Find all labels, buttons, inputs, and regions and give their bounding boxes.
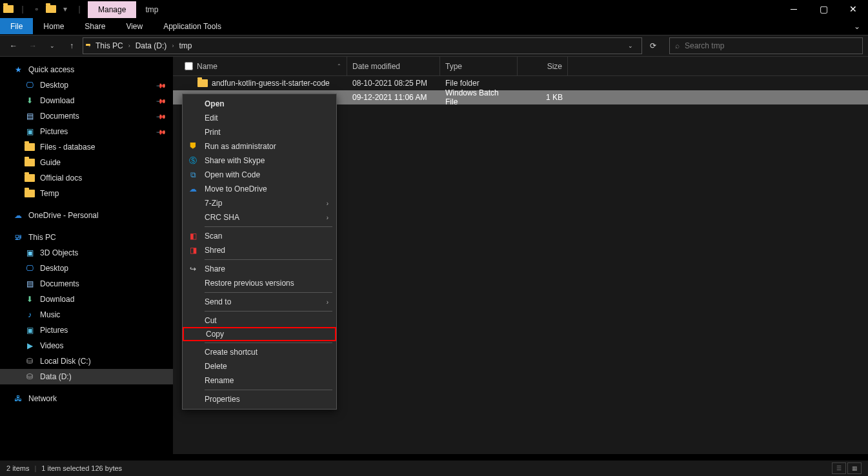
disk-icon: ⛁ <box>25 356 35 366</box>
ctx-7zip[interactable]: 7-Zip› <box>183 196 336 210</box>
address-bar[interactable]: › This PC › Data (D:) › tmp ⌄ <box>83 37 642 54</box>
breadcrumb-item[interactable]: This PC <box>93 41 126 50</box>
menu-view[interactable]: View <box>116 18 153 34</box>
sidebar-label: Download <box>40 295 74 304</box>
back-button[interactable]: ← <box>5 37 22 54</box>
sidebar-item[interactable]: ⛁Local Disk (C:) <box>0 353 173 369</box>
sidebar-item[interactable]: ▣3D Objects <box>0 245 173 261</box>
menu-home[interactable]: Home <box>33 18 74 34</box>
sidebar-label: This PC <box>28 233 56 242</box>
ctx-cut[interactable]: Cut <box>183 313 336 328</box>
ctx-print[interactable]: Print <box>183 125 336 139</box>
minimize-button[interactable]: ─ <box>779 0 809 18</box>
menu-share[interactable]: Share <box>74 18 116 34</box>
col-date[interactable]: Date modified <box>347 57 440 75</box>
sidebar-onedrive[interactable]: ☁OneDrive - Personal <box>0 208 173 223</box>
ctx-restore[interactable]: Restore previous versions <box>183 276 336 290</box>
ctx-shred[interactable]: ◨Shred <box>183 243 336 257</box>
sidebar-item[interactable]: ⬇Download <box>0 292 173 307</box>
col-size[interactable]: Size <box>518 57 568 75</box>
nav-bar: ← → ⌄ ↑ › This PC › Data (D:) › tmp ⌄ ⟳ … <box>0 35 868 57</box>
ctx-delete[interactable]: Delete <box>183 359 336 373</box>
sidebar-item[interactable]: ♪Music <box>0 307 173 322</box>
qat-item[interactable]: ▫ <box>31 3 43 15</box>
sidebar-item-temp[interactable]: Temp <box>0 186 173 201</box>
sidebar-item-files-db[interactable]: Files - database <box>0 139 173 155</box>
close-button[interactable]: ✕ <box>838 0 868 18</box>
recent-dropdown[interactable]: ⌄ <box>44 37 61 54</box>
pic-icon: ▣ <box>25 325 35 335</box>
details-view-button[interactable]: ☰ <box>832 462 846 474</box>
doc-icon: ▤ <box>25 279 35 289</box>
sidebar-item[interactable]: 🖵Desktop <box>0 261 173 276</box>
ctx-run-as-admin[interactable]: ⛊Run as administrator <box>183 139 336 154</box>
sidebar-item-pictures[interactable]: ▣Pictures📌 <box>0 124 173 139</box>
sidebar-item[interactable]: ▶Videos <box>0 338 173 353</box>
breadcrumb-item[interactable]: Data (D:) <box>133 41 170 50</box>
ribbon-expand-button[interactable]: ⌄ <box>846 18 868 34</box>
ctx-share[interactable]: ↪Share <box>183 262 336 276</box>
menu-apptools[interactable]: Application Tools <box>153 18 232 34</box>
monitor-icon: 🖵 <box>25 263 35 273</box>
chevron-right-icon[interactable]: › <box>127 43 132 49</box>
ctx-sendto[interactable]: Send to› <box>183 295 336 309</box>
ctx-skype[interactable]: ⓈShare with Skype <box>183 154 336 168</box>
pin-icon: 📌 <box>156 95 167 106</box>
cloud-icon: ☁ <box>13 210 23 221</box>
sidebar-item-download[interactable]: ⬇Download📌 <box>0 93 173 108</box>
folder-icon[interactable] <box>45 3 57 15</box>
chevron-right-icon[interactable]: › <box>170 43 175 49</box>
sidebar-item[interactable]: ▤Documents <box>0 276 173 292</box>
sidebar-thispc[interactable]: 🖳This PC <box>0 230 173 245</box>
sidebar-item-data-d[interactable]: ⛁Data (D:) <box>0 369 173 384</box>
sidebar-item-guide[interactable]: Guide <box>0 155 173 170</box>
ctx-edit[interactable]: Edit <box>183 111 336 125</box>
ctx-scan[interactable]: ◧Scan <box>183 229 336 243</box>
file-menu[interactable]: File <box>0 18 33 34</box>
qat-item[interactable]: ▾ <box>59 3 71 15</box>
breadcrumb-item[interactable]: tmp <box>176 41 194 50</box>
sidebar-quick-access[interactable]: ★ Quick access <box>0 62 173 77</box>
col-name[interactable]: Name ⌃ <box>179 57 347 75</box>
select-all-checkbox[interactable] <box>185 62 193 70</box>
ctx-separator <box>205 292 332 293</box>
refresh-button[interactable]: ⟳ <box>645 37 661 54</box>
ribbon-tab-manage[interactable]: Manage <box>88 1 136 18</box>
search-input[interactable] <box>685 41 857 50</box>
download-icon: ⬇ <box>25 294 35 304</box>
quick-access-toolbar: | ▫ ▾ | <box>0 3 88 15</box>
folder-icon[interactable] <box>3 3 14 15</box>
ctx-separator <box>205 226 332 227</box>
chevron-right-icon: › <box>327 214 328 221</box>
titlebar: | ▫ ▾ | Manage tmp ─ ▢ ✕ <box>0 0 868 18</box>
main-area: ★ Quick access 🖵Desktop📌 ⬇Download📌 ▤Doc… <box>0 57 868 454</box>
sidebar-label: Network <box>28 394 57 403</box>
ctx-crc[interactable]: CRC SHA› <box>183 210 336 224</box>
sidebar-item-documents[interactable]: ▤Documents📌 <box>0 108 173 124</box>
sidebar-item[interactable]: ▣Pictures <box>0 322 173 338</box>
file-row[interactable]: andfun-kotlin-guess-it-starter-code 08-1… <box>173 76 868 90</box>
address-dropdown[interactable]: ⌄ <box>622 37 639 54</box>
sidebar-item-desktop[interactable]: 🖵Desktop📌 <box>0 77 173 93</box>
ctx-copy[interactable]: Copy <box>183 327 336 341</box>
forward-button[interactable]: → <box>25 37 41 54</box>
thumb-view-button[interactable]: ▦ <box>847 462 862 474</box>
col-type[interactable]: Type <box>440 57 518 75</box>
ctx-open[interactable]: Open <box>183 97 336 111</box>
ctx-properties[interactable]: Properties <box>183 392 336 406</box>
sidebar-item-official[interactable]: Official docs <box>0 170 173 186</box>
ctx-separator <box>205 259 332 260</box>
ctx-onedrive[interactable]: ☁Move to OneDrive <box>183 182 336 196</box>
file-type: File folder <box>440 79 518 88</box>
sidebar-network[interactable]: 🖧Network <box>0 391 173 406</box>
divider: | <box>34 464 36 472</box>
maximize-button[interactable]: ▢ <box>809 0 838 18</box>
sidebar-label: OneDrive - Personal <box>28 211 99 220</box>
sidebar-label: Files - database <box>40 143 95 152</box>
up-button[interactable]: ↑ <box>63 37 80 54</box>
search-box[interactable]: ⌕ <box>669 37 863 54</box>
ctx-rename[interactable]: Rename <box>183 373 336 388</box>
file-size: 1 KB <box>518 93 568 102</box>
ctx-shortcut[interactable]: Create shortcut <box>183 345 336 359</box>
ctx-vscode[interactable]: ⧉Open with Code <box>183 168 336 182</box>
